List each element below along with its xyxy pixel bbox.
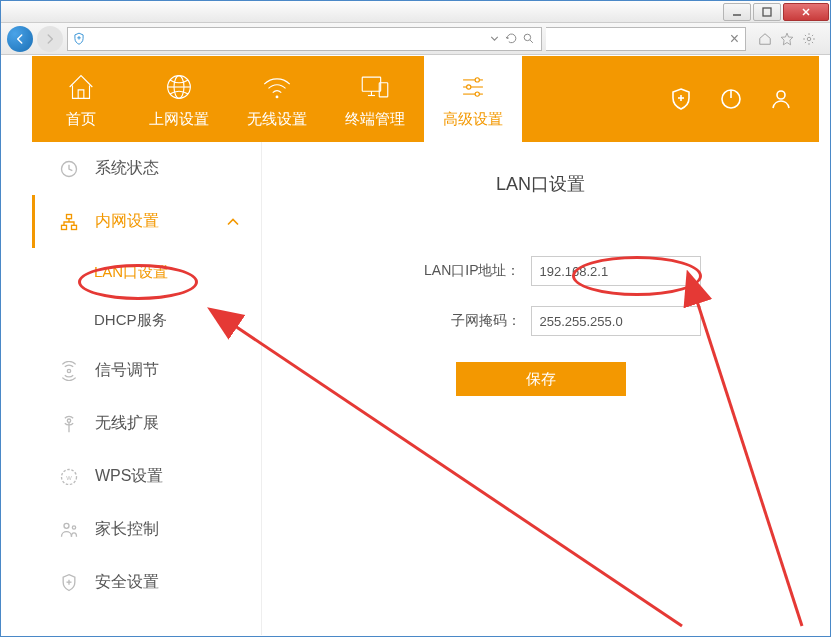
gear-icon[interactable] (802, 32, 816, 46)
svg-point-22 (475, 91, 479, 95)
svg-rect-30 (62, 225, 67, 229)
sidebar-sub-dhcp[interactable]: DHCP服务 (32, 296, 261, 344)
svg-rect-13 (362, 77, 380, 91)
window-maximize-button[interactable] (753, 3, 781, 21)
signal-icon (59, 361, 79, 381)
sidebar-item-label: WPS设置 (95, 466, 163, 487)
tab-label: 首页 (66, 110, 96, 129)
home-icon (64, 70, 98, 104)
chevron-up-icon (223, 212, 243, 232)
power-icon[interactable] (719, 87, 743, 111)
form-row-mask: 子网掩码： (292, 306, 789, 336)
sidebar-item-lan-settings[interactable]: 内网设置 (32, 195, 261, 248)
tab-label: 上网设置 (149, 110, 209, 129)
sidebar-item-label: 信号调节 (95, 360, 159, 381)
antenna-icon (59, 414, 79, 434)
devices-icon (358, 70, 392, 104)
user-icon[interactable] (769, 87, 793, 111)
globe-icon (162, 70, 196, 104)
mask-label: 子网掩码： (381, 312, 521, 330)
tab-label: 终端管理 (345, 110, 405, 129)
sidebar-item-label: 内网设置 (95, 211, 159, 232)
svg-point-37 (72, 525, 75, 528)
sidebar-item-wps[interactable]: W WPS设置 (32, 450, 261, 503)
svg-point-21 (467, 84, 471, 88)
tab-close-button[interactable]: × (724, 30, 745, 48)
dropdown-icon[interactable] (488, 32, 501, 45)
shield-plus-icon (59, 573, 79, 593)
sidebar-item-parental[interactable]: 家长控制 (32, 503, 261, 556)
svg-point-8 (807, 37, 811, 41)
sidebar-sub-label: DHCP服务 (94, 311, 167, 330)
wifi-icon (260, 70, 294, 104)
svg-point-36 (64, 523, 69, 528)
sidebar-item-label: 安全设置 (95, 572, 159, 593)
sidebar-sub-label: LAN口设置 (94, 263, 168, 282)
clock-icon (59, 159, 79, 179)
page-viewport: 首页 上网设置 无线设置 终端管理 高级设置 (2, 56, 829, 635)
parental-icon (59, 520, 79, 540)
svg-rect-29 (67, 214, 72, 218)
tab-label: 无线设置 (247, 110, 307, 129)
star-icon[interactable] (780, 32, 794, 46)
ip-label: LAN口IP地址： (381, 262, 521, 280)
tab-wireless-settings[interactable]: 无线设置 (228, 56, 326, 142)
panel-title: LAN口设置 (292, 172, 789, 196)
mask-input[interactable] (531, 306, 701, 336)
svg-point-32 (67, 369, 70, 372)
top-right-icons (669, 56, 819, 142)
form-row-ip: LAN口IP地址： (292, 256, 789, 286)
main-panel: LAN口设置 LAN口IP地址： 子网掩码： 保存 (262, 142, 819, 635)
top-navigation: 首页 上网设置 无线设置 终端管理 高级设置 (32, 56, 819, 142)
browser-toolbar: × (1, 23, 830, 55)
site-shield-icon (68, 32, 90, 46)
router-admin-page: 首页 上网设置 无线设置 终端管理 高级设置 (32, 56, 819, 635)
svg-rect-31 (72, 225, 77, 229)
wps-icon: W (59, 467, 79, 487)
page-body: 系统状态 内网设置 LAN口设置 DHCP服务 信 (32, 142, 819, 635)
svg-rect-1 (763, 8, 771, 16)
svg-point-6 (524, 34, 531, 41)
window-close-button[interactable] (783, 3, 829, 21)
window-titlebar (1, 1, 830, 23)
ip-input[interactable] (531, 256, 701, 286)
tab-client-management[interactable]: 终端管理 (326, 56, 424, 142)
search-icon[interactable] (522, 32, 535, 45)
svg-point-27 (777, 91, 785, 99)
save-button[interactable]: 保存 (456, 362, 626, 396)
home-icon[interactable] (758, 32, 772, 46)
sliders-icon (456, 70, 490, 104)
sidebar-item-system-status[interactable]: 系统状态 (32, 142, 261, 195)
window-minimize-button[interactable] (723, 3, 751, 21)
shield-icon[interactable] (669, 87, 693, 111)
sidebar-item-label: 家长控制 (95, 519, 159, 540)
tab-internet-settings[interactable]: 上网设置 (130, 56, 228, 142)
address-bar[interactable] (67, 27, 542, 51)
refresh-icon[interactable] (505, 32, 518, 45)
sidebar-sub-lan-port[interactable]: LAN口设置 (32, 248, 261, 296)
nav-back-button[interactable] (7, 26, 33, 52)
svg-point-20 (475, 77, 479, 81)
browser-window: × 首页 上网设置 无线设置 (0, 0, 831, 637)
sidebar-item-wireless-extend[interactable]: 无线扩展 (32, 397, 261, 450)
sidebar-item-label: 无线扩展 (95, 413, 159, 434)
sidebar-item-label: 系统状态 (95, 158, 159, 179)
tab-advanced-settings[interactable]: 高级设置 (424, 56, 522, 142)
network-icon (59, 212, 79, 232)
browser-right-icons (750, 32, 824, 46)
nav-forward-button[interactable] (37, 26, 63, 52)
svg-point-33 (67, 419, 70, 422)
tab-label: 高级设置 (443, 110, 503, 129)
sidebar-item-security[interactable]: 安全设置 (32, 556, 261, 609)
svg-point-12 (276, 95, 279, 98)
tab-home[interactable]: 首页 (32, 56, 130, 142)
sidebar-item-signal[interactable]: 信号调节 (32, 344, 261, 397)
browser-tab[interactable]: × (546, 27, 746, 51)
sidebar: 系统状态 内网设置 LAN口设置 DHCP服务 信 (32, 142, 262, 635)
nav-spacer (522, 56, 669, 142)
address-tools (482, 32, 541, 45)
svg-line-7 (530, 40, 533, 43)
svg-text:W: W (66, 474, 72, 480)
